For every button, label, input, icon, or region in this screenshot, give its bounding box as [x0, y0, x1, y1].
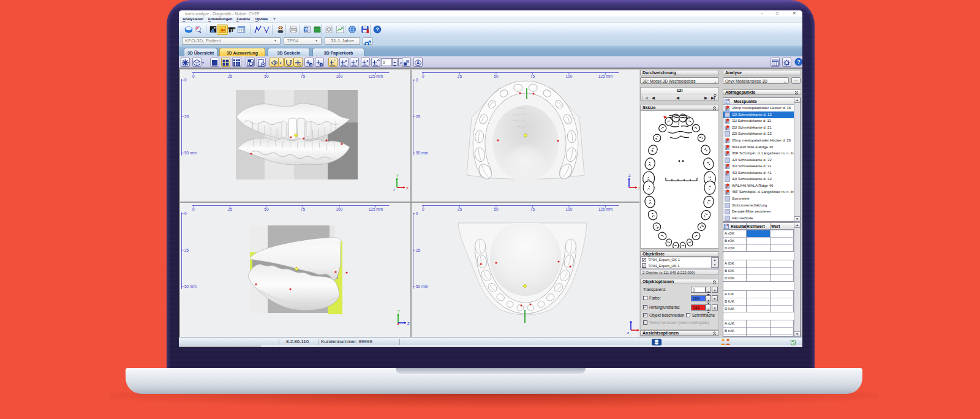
svg-text:50: 50 — [264, 74, 269, 78]
svg-text:z: z — [367, 59, 369, 62]
svg-text:25: 25 — [228, 74, 233, 78]
svg-text:x: x — [345, 59, 348, 62]
svg-text:Z: Z — [628, 174, 631, 178]
svg-text:A: A — [417, 61, 420, 65]
svg-text:50 mm: 50 mm — [416, 284, 428, 289]
svg-text:100: 100 — [336, 74, 342, 78]
svg-text:W: W — [304, 27, 308, 31]
svg-text:100: 100 — [336, 207, 342, 211]
svg-text:25: 25 — [184, 248, 189, 252]
svg-text:75: 75 — [530, 207, 535, 211]
svg-text:50 mm: 50 mm — [416, 151, 428, 155]
svg-text:0: 0 — [192, 207, 195, 211]
svg-text:25: 25 — [416, 248, 421, 252]
svg-text:125 mm: 125 mm — [598, 74, 612, 78]
svg-text:50: 50 — [264, 207, 269, 211]
svg-text:50 mm: 50 mm — [184, 284, 197, 289]
svg-text:125 mm: 125 mm — [369, 207, 383, 211]
svg-text:75: 75 — [301, 74, 306, 78]
svg-text:X: X — [638, 186, 639, 190]
svg-text:25: 25 — [416, 115, 421, 119]
svg-text:0: 0 — [184, 211, 187, 216]
svg-text:25: 25 — [458, 207, 462, 211]
svg-text:y: y — [356, 59, 358, 62]
svg-text:50: 50 — [494, 207, 499, 211]
svg-text:75: 75 — [301, 207, 306, 211]
svg-text:z: z — [627, 331, 629, 334]
svg-text:X: X — [406, 186, 409, 190]
svg-text:75: 75 — [530, 74, 535, 78]
svg-text:50: 50 — [494, 74, 499, 78]
svg-text:?: ? — [376, 26, 379, 32]
svg-text:0: 0 — [416, 78, 418, 82]
svg-text:0: 0 — [416, 211, 418, 216]
svg-text:25: 25 — [228, 207, 233, 211]
svg-text:0: 0 — [192, 74, 195, 78]
svg-text:Y: Y — [396, 174, 399, 178]
svg-text:Y: Y — [398, 309, 400, 313]
svg-text:25: 25 — [184, 115, 189, 119]
svg-text:100: 100 — [565, 207, 572, 211]
svg-text:3D: 3D — [221, 28, 225, 32]
svg-text:°: ° — [334, 59, 336, 62]
svg-text:125 mm: 125 mm — [598, 207, 612, 211]
svg-text:Z: Z — [407, 322, 410, 325]
svg-text:z: z — [393, 187, 395, 191]
svg-text:50 mm: 50 mm — [184, 151, 197, 155]
svg-text:0: 0 — [422, 207, 424, 211]
svg-text:125 mm: 125 mm — [369, 74, 383, 78]
svg-text:↶: ↶ — [377, 59, 380, 62]
svg-text:25: 25 — [458, 74, 462, 78]
svg-text:0: 0 — [184, 78, 187, 82]
svg-text:100: 100 — [565, 74, 572, 78]
svg-text:?: ? — [797, 59, 800, 65]
svg-text:0: 0 — [422, 74, 424, 78]
